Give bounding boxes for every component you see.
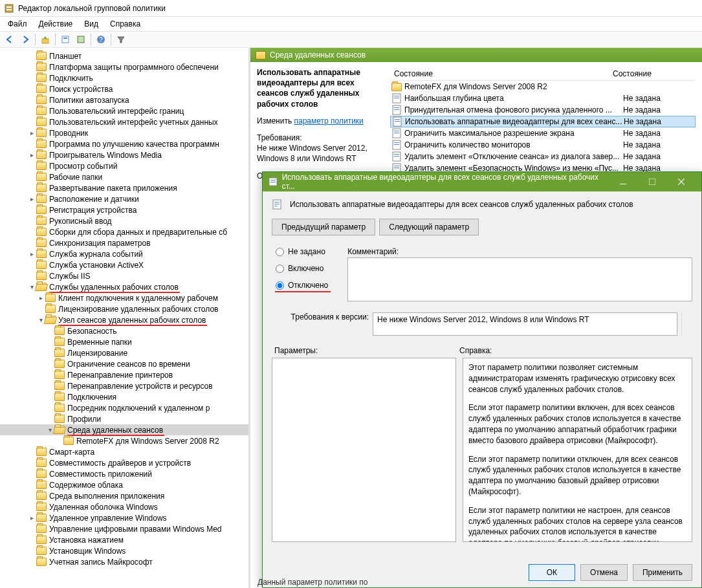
dialog-titlebar[interactable]: Использовать аппаратные видеоадаптеры дл…: [263, 172, 701, 191]
menu-file[interactable]: Файл: [3, 18, 32, 30]
tree-item[interactable]: Совместимость приложений: [0, 468, 248, 479]
radio-enabled[interactable]: Включено: [276, 264, 328, 273]
tree-item[interactable]: Платформа защиты программного обеспечени: [0, 61, 248, 72]
tree-item[interactable]: Развертывание пакета приложения: [0, 182, 248, 193]
comment-textarea[interactable]: [347, 257, 692, 301]
tree-item[interactable]: ▸Проигрыватель Windows Media: [0, 149, 248, 160]
radio-notconfigured[interactable]: Не задано: [276, 247, 328, 256]
tree-item[interactable]: Сборки для сбора данных и предварительны…: [0, 226, 248, 237]
tree-item[interactable]: Поиск устройства: [0, 83, 248, 94]
tree-item[interactable]: Пользовательский интерфейс границ: [0, 105, 248, 116]
tree-item[interactable]: Среда выполнения приложения: [0, 490, 248, 501]
tree-item[interactable]: Регистрация устройства: [0, 204, 248, 215]
tree-item[interactable]: ▸Удаленное управление Windows: [0, 512, 248, 523]
tree-item[interactable]: Службы IIS: [0, 270, 248, 281]
tree-item[interactable]: Смарт-карта: [0, 446, 248, 457]
svg-rect-20: [394, 133, 399, 133]
tree-item[interactable]: Подключить: [0, 72, 248, 83]
col-state-left[interactable]: Состояние: [390, 67, 609, 80]
maximize-button[interactable]: [637, 172, 666, 191]
tree-item[interactable]: ▸Проводник: [0, 127, 248, 138]
list-row[interactable]: Принудительная отмена фонового рисунка у…: [390, 104, 696, 116]
list-row[interactable]: Наибольшая глубина цветаНе задана: [390, 93, 696, 104]
tree-item-label: Службы удаленных рабочих столов: [49, 283, 179, 292]
tree-item[interactable]: Политики автозапуска: [0, 94, 248, 105]
scrollbar[interactable]: [681, 312, 692, 336]
forward-button[interactable]: [18, 32, 32, 47]
expand-toggle[interactable]: ▸: [27, 195, 36, 202]
menu-action[interactable]: Действие: [34, 18, 78, 30]
tree-item[interactable]: Лицензирование: [0, 347, 248, 358]
tree-pane[interactable]: ПланшетПлатформа защиты программного обе…: [0, 48, 250, 588]
expand-toggle[interactable]: ▸: [27, 129, 36, 136]
tree-item[interactable]: Служба установки ActiveX: [0, 259, 248, 270]
tree-item-label: Лицензирование: [67, 349, 127, 358]
tree-item[interactable]: Посредник подключений к удаленном р: [0, 402, 248, 413]
minimize-button[interactable]: [608, 172, 637, 191]
close-button[interactable]: [667, 172, 696, 191]
filter-button[interactable]: [114, 32, 128, 47]
tree-item[interactable]: Управление цифровыми правами Windows Med: [0, 523, 248, 534]
tree-item[interactable]: Безопасность: [0, 325, 248, 336]
tree-item[interactable]: Просмотр событий: [0, 160, 248, 171]
tree-item-label: Установщик Windows: [49, 547, 126, 556]
tree-item[interactable]: Планшет: [0, 50, 248, 61]
previous-setting-button[interactable]: Предыдущий параметр: [272, 219, 375, 235]
tree-item[interactable]: Перенаправление принтеров: [0, 369, 248, 380]
tree-item[interactable]: Подключения: [0, 391, 248, 402]
export-button[interactable]: [74, 32, 88, 47]
back-button[interactable]: [3, 32, 17, 47]
list-row[interactable]: Удалить элемент «Отключение сеанса» из д…: [390, 151, 696, 162]
tree-item[interactable]: ▾Службы удаленных рабочих столов: [0, 281, 248, 292]
tree-item[interactable]: Рукописный ввод: [0, 215, 248, 226]
tree-item[interactable]: Синхронизация параметров: [0, 237, 248, 248]
expand-toggle[interactable]: ▸: [27, 250, 36, 257]
state-radiogroup: Не задано Включено Отключено: [272, 247, 328, 303]
tree-item[interactable]: Профили: [0, 413, 248, 424]
edit-policy-link[interactable]: параметр политики: [294, 116, 363, 125]
tree-item[interactable]: ▸Служба журнала событий: [0, 248, 248, 259]
tree-item[interactable]: ▾Среда удаленных сеансов: [0, 424, 248, 435]
tree-item[interactable]: Ограничение сеансов по времени: [0, 358, 248, 369]
list-row[interactable]: RemoteFX для Windows Server 2008 R2: [390, 81, 696, 93]
tree-item[interactable]: ▸Клиент подключения к удаленному рабочем: [0, 292, 248, 303]
tree-item[interactable]: Рабочие папки: [0, 171, 248, 182]
tree-item[interactable]: RemoteFX для Windows Server 2008 R2: [0, 435, 248, 446]
svg-rect-25: [394, 154, 399, 155]
list-row[interactable]: Использовать аппаратные видеоадаптеры дл…: [390, 116, 696, 127]
ok-button[interactable]: ОК: [529, 564, 575, 581]
tree-item[interactable]: Удаленная оболочка Windows: [0, 501, 248, 512]
setting-icon: [391, 105, 402, 115]
next-setting-button[interactable]: Следующий параметр: [379, 219, 479, 235]
menu-help[interactable]: Справка: [105, 18, 146, 30]
tree-item[interactable]: Установщик Windows: [0, 545, 248, 556]
policy-list[interactable]: Состояние Состояние RemoteFX для Windows…: [390, 67, 696, 188]
tree-item[interactable]: Пользовательский интерфейс учетных данны…: [0, 116, 248, 127]
tree-item[interactable]: Программа по улучшению качества программ…: [0, 138, 248, 149]
tree-item[interactable]: Учетная запись Майкрософт: [0, 556, 248, 567]
expand-toggle[interactable]: ▸: [27, 514, 36, 521]
tree-item[interactable]: Лицензирование удаленных рабочих столов: [0, 303, 248, 314]
tree-item[interactable]: Установка нажатием: [0, 534, 248, 545]
folder-icon: [36, 96, 47, 104]
tree-item[interactable]: Содержимое облака: [0, 479, 248, 490]
col-state[interactable]: Состояние: [609, 67, 680, 80]
cancel-button[interactable]: Отмена: [580, 564, 628, 581]
svg-rect-2: [6, 9, 12, 10]
radio-disabled[interactable]: Отключено: [276, 281, 328, 290]
help-button[interactable]: ?: [94, 32, 108, 47]
tree-item[interactable]: Совместимость драйверов и устройств: [0, 457, 248, 468]
tree-item[interactable]: ▾Узел сеансов удаленных рабочих столов: [0, 314, 248, 325]
menu-view[interactable]: Вид: [79, 18, 104, 30]
expand-toggle[interactable]: ▸: [36, 294, 45, 301]
expand-toggle[interactable]: ▸: [27, 151, 36, 158]
tree-item[interactable]: Временные папки: [0, 336, 248, 347]
tree-item[interactable]: Перенаправление устройств и ресурсов: [0, 380, 248, 391]
tree-item[interactable]: ▸Расположение и датчики: [0, 193, 248, 204]
properties-button[interactable]: [58, 32, 72, 47]
list-row[interactable]: Ограничить максимальное разрешение экран…: [390, 127, 696, 139]
apply-button[interactable]: Применить: [633, 564, 692, 581]
list-row[interactable]: Ограничить количество мониторовНе задана: [390, 139, 696, 151]
list-header[interactable]: Состояние Состояние: [390, 67, 696, 81]
up-button[interactable]: [38, 32, 52, 47]
